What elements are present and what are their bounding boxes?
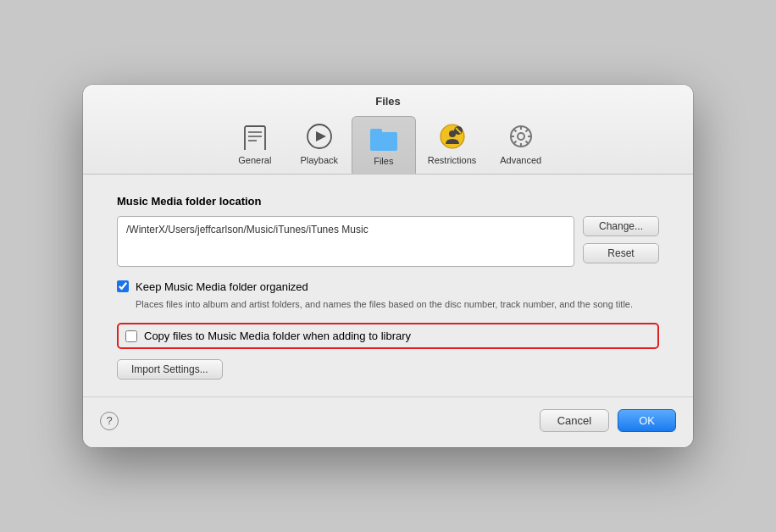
ok-button[interactable]: OK	[618, 409, 676, 432]
files-icon	[369, 122, 399, 152]
bottom-bar: ? Cancel OK	[83, 396, 693, 447]
folder-path-text: /WinterX/Users/jeffcarlson/Music/iTunes/…	[126, 224, 369, 236]
copy-files-label[interactable]: Copy files to Music Media folder when ad…	[144, 330, 411, 342]
folder-buttons: Change... Reset	[583, 216, 659, 267]
svg-line-18	[513, 129, 516, 131]
tab-restrictions-label: Restrictions	[428, 155, 476, 165]
tab-files[interactable]: Files	[352, 116, 416, 174]
general-icon	[240, 121, 270, 152]
copy-files-checkbox[interactable]	[125, 330, 137, 342]
dialog-title: Files	[83, 95, 693, 108]
tab-advanced-label: Advanced	[500, 155, 541, 165]
tab-general[interactable]: General	[223, 116, 287, 174]
playback-icon	[304, 121, 335, 152]
svg-line-21	[513, 141, 516, 143]
keep-organized-description: Places files into album and artist folde…	[136, 298, 659, 312]
section-title: Music Media folder location	[117, 195, 659, 208]
advanced-icon	[506, 121, 536, 152]
tab-files-label: Files	[374, 156, 393, 166]
tab-advanced[interactable]: Advanced	[488, 116, 553, 174]
folder-location-row: /WinterX/Users/jeffcarlson/Music/iTunes/…	[117, 216, 659, 267]
svg-line-20	[525, 129, 528, 131]
keep-organized-checkbox[interactable]	[117, 280, 129, 292]
svg-marker-5	[316, 131, 326, 141]
keep-organized-label[interactable]: Keep Music Media folder organized	[136, 280, 308, 293]
svg-line-19	[525, 141, 528, 143]
svg-rect-7	[370, 129, 382, 136]
svg-point-13	[518, 133, 524, 140]
keep-organized-row: Keep Music Media folder organized	[117, 280, 659, 293]
restrictions-icon	[437, 121, 468, 152]
toolbar: General Playback	[83, 116, 693, 174]
tab-general-label: General	[238, 155, 271, 165]
svg-rect-0	[245, 126, 265, 150]
tab-playback-label: Playback	[300, 155, 338, 165]
change-button[interactable]: Change...	[583, 216, 659, 236]
reset-button[interactable]: Reset	[583, 243, 659, 263]
folder-path-box: /WinterX/Users/jeffcarlson/Music/iTunes/…	[117, 216, 574, 267]
help-button[interactable]: ?	[100, 412, 119, 430]
tab-restrictions[interactable]: Restrictions	[416, 116, 488, 174]
bottom-right-buttons: Cancel OK	[540, 409, 676, 432]
title-bar: Files General	[83, 85, 693, 175]
main-content: Music Media folder location /WinterX/Use…	[83, 175, 693, 397]
copy-files-highlighted-row: Copy files to Music Media folder when ad…	[117, 323, 659, 349]
import-settings-button[interactable]: Import Settings...	[117, 359, 223, 380]
dialog: Files General	[83, 85, 693, 448]
cancel-button[interactable]: Cancel	[540, 409, 609, 432]
tab-playback[interactable]: Playback	[287, 116, 352, 174]
